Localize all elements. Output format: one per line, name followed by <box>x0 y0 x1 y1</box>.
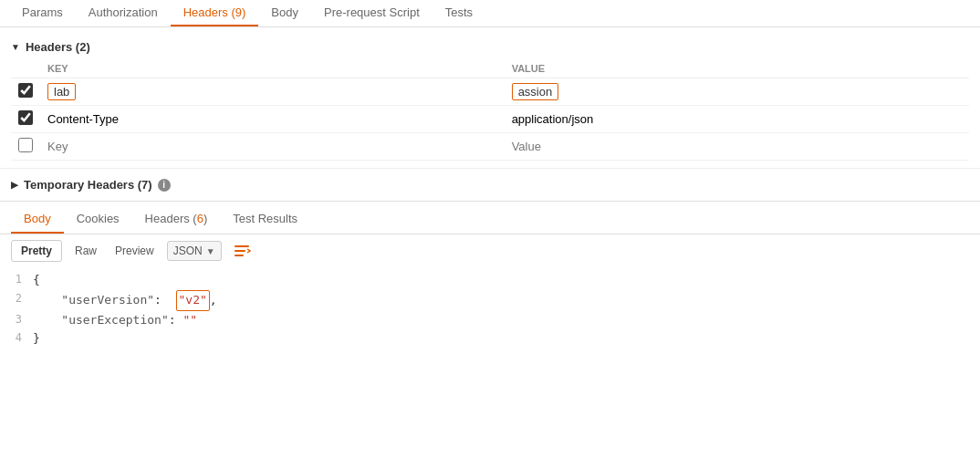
row3-checkbox[interactable] <box>18 138 33 152</box>
temp-title-label: Temporary Headers (7) <box>24 178 152 192</box>
row3-key-input[interactable] <box>47 140 497 153</box>
expand-icon: ▶ <box>11 180 18 190</box>
wrap-lines-button[interactable] <box>229 242 255 260</box>
tab-authorization[interactable]: Authorization <box>76 0 171 26</box>
response-code-body: 1 { 2 "userVersion": "v2" , 3 "userExcep… <box>0 267 980 352</box>
tab-params[interactable]: Params <box>9 0 76 26</box>
row2-value-input[interactable] <box>512 112 962 126</box>
row1-checkbox-cell <box>11 78 40 106</box>
table-row <box>11 133 969 161</box>
row1-value-cell: assion <box>505 78 969 106</box>
tab-test-results[interactable]: Test Results <box>220 205 310 234</box>
line-number: 1 <box>0 271 33 288</box>
collapse-icon: ▼ <box>11 42 20 52</box>
table-row <box>11 106 969 133</box>
temp-headers-section: ▶ Temporary Headers (7) i <box>0 168 980 201</box>
svg-rect-1 <box>235 250 245 252</box>
tab-response-body[interactable]: Body <box>11 205 64 234</box>
row3-value-cell[interactable] <box>505 133 969 161</box>
raw-button[interactable]: Raw <box>69 241 102 261</box>
code-line-3: 3 "userException": "" <box>0 311 980 330</box>
table-row: lab assion <box>11 78 969 106</box>
format-bar: Pretty Raw Preview JSON ▼ <box>0 234 980 267</box>
tab-response-headers[interactable]: Headers (6) <box>132 205 221 234</box>
tab-pre-request-script[interactable]: Pre-request Script <box>311 0 433 26</box>
row3-key-cell[interactable] <box>40 133 505 161</box>
row2-checkbox[interactable] <box>18 110 33 125</box>
svg-rect-0 <box>235 245 249 247</box>
row2-key-cell[interactable] <box>40 106 505 133</box>
tab-tests[interactable]: Tests <box>433 0 485 26</box>
row1-key-value: lab <box>54 85 69 99</box>
bottom-tabs-bar: Body Cookies Headers (6) Test Results <box>0 205 980 234</box>
info-icon: i <box>158 179 171 192</box>
wrap-icon <box>233 244 251 258</box>
highlighted-value: "v2" <box>176 290 210 311</box>
temp-headers-title[interactable]: ▶ Temporary Headers (7) i <box>11 172 969 197</box>
json-format-select[interactable]: JSON ▼ <box>167 241 222 261</box>
pretty-button[interactable]: Pretty <box>11 240 62 262</box>
svg-rect-2 <box>235 255 244 256</box>
line-number: 3 <box>0 311 33 328</box>
headers-section: ▼ Headers (2) KEY VALUE lab <box>0 27 980 168</box>
tab-cookies[interactable]: Cookies <box>64 205 132 234</box>
tab-headers[interactable]: Headers (9) <box>171 0 259 26</box>
row1-checkbox[interactable] <box>18 83 33 98</box>
row1-value-value: assion <box>518 85 553 99</box>
col-key-header: KEY <box>40 59 505 78</box>
code-line-4: 4 } <box>0 329 980 349</box>
code-line-1: 1 { <box>0 271 980 290</box>
row3-value-input[interactable] <box>512 140 962 153</box>
headers-section-title[interactable]: ▼ Headers (2) <box>11 35 969 59</box>
code-line-2: 2 "userVersion": "v2" , <box>0 290 980 311</box>
top-tabs-bar: Params Authorization Headers (9) Body Pr… <box>0 0 980 27</box>
headers-table: KEY VALUE lab assion <box>11 59 969 161</box>
col-checkbox <box>11 59 40 78</box>
row3-checkbox-cell <box>11 133 40 161</box>
headers-title: Headers (2) <box>26 40 90 54</box>
tab-body[interactable]: Body <box>258 0 311 26</box>
preview-button[interactable]: Preview <box>109 241 160 261</box>
row2-key-input[interactable] <box>47 112 497 126</box>
dropdown-arrow-icon: ▼ <box>206 246 215 256</box>
row1-key-cell: lab <box>40 78 505 106</box>
section-divider <box>0 201 980 202</box>
col-value-header: VALUE <box>505 59 969 78</box>
line-number: 4 <box>0 329 33 347</box>
row2-checkbox-cell <box>11 106 40 133</box>
line-number: 2 <box>0 290 33 307</box>
row2-value-cell[interactable] <box>505 106 969 133</box>
